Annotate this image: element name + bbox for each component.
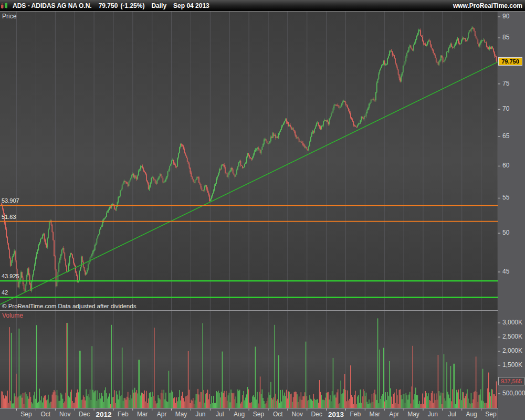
proealtime-chart-window: 53.90751.6343.925429085757065605550453,0…	[0, 0, 525, 420]
candlestick-logo-icon	[0, 2, 9, 10]
last-volume-badge: 937,565	[498, 377, 524, 385]
volume-pane-title: Volume	[2, 312, 23, 319]
title-bar: ADS - ADIDAS AG NA O.N. 79.750 (-1.25%) …	[0, 0, 525, 12]
last-price-badge: 79.750	[498, 57, 522, 66]
copyright-note: © ProRealTime.com Data adjusted after di…	[2, 303, 136, 309]
instrument-title: ADS - ADIDAS AG NA O.N.	[13, 2, 92, 9]
last-price-text: 79.750	[99, 2, 118, 9]
timeframe-text: Daily	[151, 2, 166, 9]
website-link[interactable]: www.ProRealTime.com	[453, 2, 522, 9]
price-pane-title: Price	[2, 13, 16, 20]
chart-canvas[interactable]	[0, 0, 525, 420]
change-percent-text: (-1.25%)	[120, 2, 144, 9]
date-text: Sep 04 2013	[173, 2, 209, 9]
